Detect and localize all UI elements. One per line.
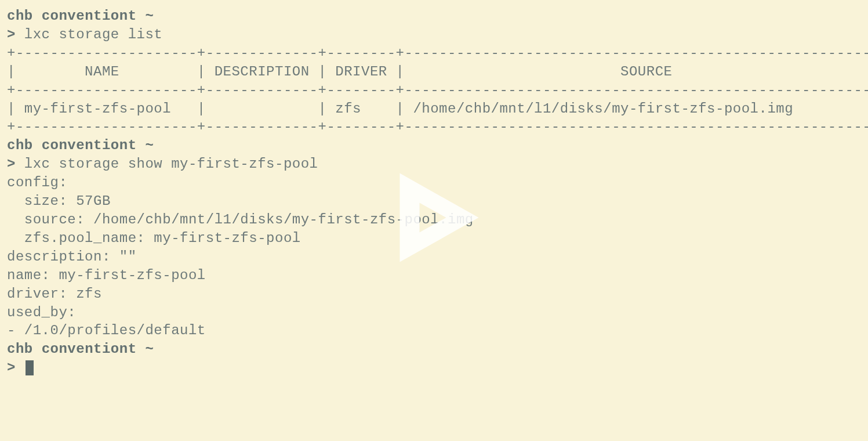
prompt-host: conventiont	[42, 138, 137, 153]
command-text: lxc storage list	[24, 27, 162, 42]
output-line: size: 57GB	[7, 192, 861, 211]
prompt-symbol: >	[7, 360, 16, 375]
prompt-symbol: >	[7, 27, 16, 42]
prompt-line: chb conventiont ~	[7, 7, 861, 26]
prompt-path: ~	[145, 341, 154, 357]
prompt-host: conventiont	[42, 8, 137, 24]
table-border: +---------------------+-------------+---…	[7, 118, 861, 136]
prompt-user: chb	[7, 138, 33, 153]
output-line: zfs.pool_name: my-first-zfs-pool	[7, 229, 861, 248]
output-line: description: ""	[7, 248, 861, 266]
prompt-path: ~	[145, 8, 154, 24]
terminal[interactable]: chb conventiont ~ > lxc storage list +--…	[7, 7, 861, 377]
output-line: used_by:	[7, 303, 861, 322]
prompt-line: chb conventiont ~	[7, 136, 861, 155]
prompt-user: chb	[7, 8, 33, 24]
prompt-path: ~	[145, 138, 154, 153]
command-line: >	[7, 359, 861, 377]
cursor	[26, 360, 34, 375]
prompt-symbol: >	[7, 156, 16, 172]
table-border: +---------------------+-------------+---…	[7, 81, 861, 100]
output-line: driver: zfs	[7, 285, 861, 303]
output-line: source: /home/chb/mnt/l1/disks/my-first-…	[7, 211, 861, 229]
output-line: - /1.0/profiles/default	[7, 321, 861, 340]
table-border: +---------------------+-------------+---…	[7, 44, 861, 63]
output-line: name: my-first-zfs-pool	[7, 266, 861, 285]
prompt-host: conventiont	[42, 341, 137, 357]
output-line: config:	[7, 173, 861, 192]
command-line: > lxc storage list	[7, 26, 861, 44]
command-line: > lxc storage show my-first-zfs-pool	[7, 155, 861, 173]
table-header: | NAME | DESCRIPTION | DRIVER | SOURCE |…	[7, 63, 861, 81]
prompt-line: chb conventiont ~	[7, 340, 861, 359]
prompt-user: chb	[7, 341, 33, 357]
table-row: | my-first-zfs-pool | | zfs | /home/chb/…	[7, 100, 861, 118]
command-text: lxc storage show my-first-zfs-pool	[24, 156, 318, 172]
